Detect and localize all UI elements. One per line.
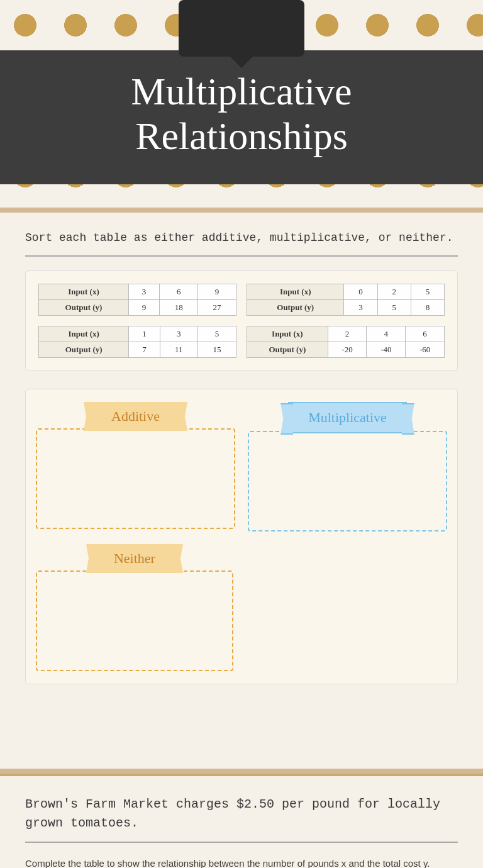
t3-y3: 15 xyxy=(197,342,236,358)
tag-decoration xyxy=(179,0,304,57)
t1-y2: 18 xyxy=(160,300,198,316)
t3-output-header: Output (y) xyxy=(39,342,129,358)
t4-x2: 4 xyxy=(367,326,406,342)
t4-x1: 2 xyxy=(328,326,367,342)
tables-grid: Input (x) 3 6 9 Output (y) 9 18 27 Input… xyxy=(25,270,458,371)
farm-question: Brown's Farm Market charges $2.50 per po… xyxy=(25,795,458,833)
neither-drop-zone[interactable] xyxy=(36,570,233,671)
t3-input-header: Input (x) xyxy=(39,326,129,342)
table-1: Input (x) 3 6 9 Output (y) 9 18 27 xyxy=(38,284,236,316)
t3-x1: 1 xyxy=(129,326,160,342)
table-4: Input (x) 2 4 6 Output (y) -20 -40 -60 xyxy=(247,326,445,358)
additive-ribbon: Additive xyxy=(92,402,179,431)
t4-y3: -60 xyxy=(406,342,445,358)
neither-label: Neither xyxy=(114,550,155,566)
additive-label: Additive xyxy=(111,408,160,424)
t3-x3: 5 xyxy=(197,326,236,342)
t1-input-header: Input (x) xyxy=(39,284,129,300)
sort-instruction: Sort each table as either additive, mult… xyxy=(25,231,458,244)
t2-output-header: Output (y) xyxy=(247,300,344,316)
additive-category: Additive xyxy=(36,402,235,531)
t4-y1: -20 xyxy=(328,342,367,358)
t2-x3: 5 xyxy=(411,284,444,300)
divider-2 xyxy=(25,842,458,843)
table-2-wrapper: Input (x) 0 2 5 Output (y) 3 5 8 xyxy=(247,284,445,316)
sort-area: Additive Multiplicative Neither xyxy=(25,389,458,684)
bottom-section: Brown's Farm Market charges $2.50 per po… xyxy=(0,774,483,868)
multiplicative-label: Multiplicative xyxy=(308,409,387,425)
neither-ribbon: Neither xyxy=(95,544,174,573)
t3-y2: 11 xyxy=(160,342,197,358)
divider-1 xyxy=(25,255,458,257)
t3-x2: 3 xyxy=(160,326,197,342)
neither-category: Neither xyxy=(36,544,233,671)
t3-y1: 7 xyxy=(129,342,160,358)
page-title: Multiplicative Relationships xyxy=(25,69,458,159)
t1-y3: 27 xyxy=(198,300,236,316)
t2-x1: 0 xyxy=(344,284,377,300)
t2-input-header: Input (x) xyxy=(247,284,344,300)
t1-x2: 6 xyxy=(160,284,198,300)
complete-instruction: Complete the table to show the relations… xyxy=(25,857,458,868)
multiplicative-drop-zone[interactable] xyxy=(248,431,447,531)
t4-input-header: Input (x) xyxy=(247,326,328,342)
t2-y3: 8 xyxy=(411,300,444,316)
header: Multiplicative Relationships xyxy=(0,0,483,208)
table-3-wrapper: Input (x) 1 3 5 Output (y) 7 11 15 xyxy=(38,326,236,358)
t1-x1: 3 xyxy=(129,284,160,300)
t1-output-header: Output (y) xyxy=(39,300,129,316)
t1-y1: 9 xyxy=(129,300,160,316)
t2-y1: 3 xyxy=(344,300,377,316)
table-1-wrapper: Input (x) 3 6 9 Output (y) 9 18 27 xyxy=(38,284,236,316)
t2-x2: 2 xyxy=(377,284,411,300)
main-content: Sort each table as either additive, mult… xyxy=(0,208,483,774)
sort-row-2: Neither xyxy=(36,544,447,671)
table-3: Input (x) 1 3 5 Output (y) 7 11 15 xyxy=(38,326,236,358)
t4-y2: -40 xyxy=(367,342,406,358)
t1-x3: 9 xyxy=(198,284,236,300)
multiplicative-ribbon: Multiplicative xyxy=(288,402,407,433)
title-banner: Multiplicative Relationships xyxy=(0,50,483,184)
t2-y2: 5 xyxy=(377,300,411,316)
table-2: Input (x) 0 2 5 Output (y) 3 5 8 xyxy=(247,284,445,316)
sort-row-1: Additive Multiplicative xyxy=(36,402,447,531)
t4-x3: 6 xyxy=(406,326,445,342)
multiplicative-category: Multiplicative xyxy=(248,402,447,531)
t4-output-header: Output (y) xyxy=(247,342,328,358)
additive-drop-zone[interactable] xyxy=(36,428,235,529)
table-4-wrapper: Input (x) 2 4 6 Output (y) -20 -40 -60 xyxy=(247,326,445,358)
